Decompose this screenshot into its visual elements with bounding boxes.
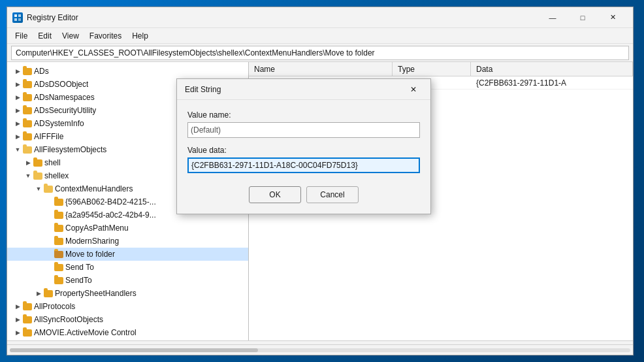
collapse-toggle bbox=[44, 210, 54, 220]
edit-string-dialog: Edit String ✕ Value name: Value data: OK… bbox=[176, 78, 431, 214]
collapse-toggle: ▶ bbox=[12, 301, 23, 312]
cancel-button[interactable]: Cancel bbox=[306, 186, 359, 203]
tree-label: ADsDSOObject bbox=[34, 80, 88, 89]
minimize-button[interactable]: — bbox=[538, 7, 568, 28]
folder-open-icon bbox=[33, 173, 42, 180]
col-data[interactable]: Data bbox=[471, 62, 633, 76]
folder-open-icon bbox=[44, 186, 53, 193]
tree-label: SendTo bbox=[65, 276, 92, 285]
collapse-toggle: ▶ bbox=[12, 118, 23, 129]
collapse-toggle bbox=[44, 275, 54, 286]
tree-label: CopyAsPathMenu bbox=[65, 223, 129, 233]
collapse-toggle: ▶ bbox=[12, 131, 23, 142]
app-icon bbox=[12, 12, 23, 23]
folder-icon bbox=[23, 81, 32, 88]
tree-item-modernsharing[interactable]: ModernSharing bbox=[7, 235, 248, 248]
collapse-toggle bbox=[44, 223, 54, 233]
collapse-toggle: ▶ bbox=[12, 79, 23, 90]
value-data-input[interactable] bbox=[187, 157, 420, 173]
collapse-toggle: ▶ bbox=[12, 327, 23, 338]
tree-item-ads[interactable]: ▶ ADs bbox=[7, 65, 248, 78]
collapse-toggle bbox=[44, 236, 54, 246]
tree-item-sendto2[interactable]: SendTo bbox=[7, 274, 248, 287]
address-input[interactable] bbox=[11, 46, 629, 60]
tree-item-allprotocols[interactable]: ▶ AllProtocols bbox=[7, 300, 248, 313]
collapse-toggle bbox=[44, 262, 54, 272]
folder-icon bbox=[33, 159, 42, 167]
menu-favorites[interactable]: Favorites bbox=[84, 30, 127, 42]
tree-label: PropertySheetHandlers bbox=[55, 289, 137, 298]
tree-item-propertysheethandlers[interactable]: ▶ PropertySheetHandlers bbox=[7, 287, 248, 300]
dialog-title: Edit String bbox=[185, 85, 404, 94]
tree-item-amovie1[interactable]: ▶ AMOVIE.ActiveMovie Control bbox=[7, 326, 248, 339]
svg-rect-1 bbox=[18, 14, 21, 17]
folder-icon bbox=[54, 238, 63, 245]
dialog-buttons: OK Cancel bbox=[187, 186, 420, 203]
tree-label: ADsSecurityUtility bbox=[34, 106, 96, 115]
dialog-body: Value name: Value data: OK Cancel bbox=[177, 100, 430, 214]
menu-bar: File Edit View Favorites Help bbox=[7, 28, 633, 44]
tree-label: AllSyncRootObjects bbox=[34, 315, 103, 324]
menu-help[interactable]: Help bbox=[127, 30, 153, 42]
collapse-toggle: ▼ bbox=[23, 171, 33, 181]
svg-rect-0 bbox=[14, 14, 17, 17]
tree-label: shell bbox=[44, 158, 61, 167]
collapse-toggle: ▼ bbox=[12, 144, 23, 155]
tree-label: AllFilesystemObjects bbox=[34, 145, 106, 154]
menu-file[interactable]: File bbox=[10, 30, 33, 42]
value-data-label: Value data: bbox=[187, 146, 420, 155]
tree-label: AIFFFile bbox=[34, 132, 63, 141]
tree-label: ADsNamespaces bbox=[34, 93, 95, 102]
status-bar bbox=[7, 340, 633, 355]
tree-label: ADSystemInfo bbox=[34, 119, 84, 128]
svg-rect-3 bbox=[18, 18, 21, 21]
collapse-toggle bbox=[44, 249, 54, 259]
details-header: Name Type Data bbox=[249, 62, 633, 76]
collapse-toggle: ▶ bbox=[12, 314, 23, 325]
folder-icon bbox=[23, 94, 32, 101]
folder-icon bbox=[54, 264, 63, 271]
folder-icon bbox=[54, 225, 63, 232]
col-name[interactable]: Name bbox=[249, 62, 393, 76]
maximize-button[interactable]: □ bbox=[568, 7, 598, 28]
tree-item-allsyncrootobjects[interactable]: ▶ AllSyncRootObjects bbox=[7, 313, 248, 326]
collapse-toggle: ▶ bbox=[23, 157, 33, 168]
tree-item-copyasphathmenu[interactable]: CopyAsPathMenu bbox=[7, 222, 248, 235]
tree-label: Send To bbox=[65, 263, 94, 272]
tree-label: AllProtocols bbox=[34, 302, 75, 311]
tree-label: AMOVIE.ActiveMovie Control bbox=[34, 328, 137, 337]
menu-edit[interactable]: Edit bbox=[33, 30, 57, 42]
collapse-toggle bbox=[44, 197, 54, 207]
tree-item-movetofolder[interactable]: Move to folder bbox=[7, 248, 248, 261]
tree-label: shellex bbox=[44, 171, 69, 180]
window-title: Registry Editor bbox=[27, 13, 538, 22]
col-type[interactable]: Type bbox=[393, 62, 471, 76]
tree-label: ContextMenuHandlers bbox=[55, 184, 133, 193]
collapse-toggle: ▶ bbox=[12, 105, 23, 116]
close-button[interactable]: ✕ bbox=[598, 7, 628, 28]
dialog-close-button[interactable]: ✕ bbox=[404, 82, 423, 97]
value-name-input[interactable] bbox=[187, 122, 420, 138]
folder-icon bbox=[54, 212, 63, 219]
tree-label: {a2a9545d-a0c2-42b4-9... bbox=[65, 210, 156, 220]
tree-label: ADs bbox=[34, 67, 49, 76]
svg-rect-2 bbox=[14, 18, 17, 21]
tree-item-sendto1[interactable]: Send To bbox=[7, 261, 248, 274]
folder-icon bbox=[44, 290, 53, 297]
folder-icon bbox=[23, 303, 32, 310]
folder-icon bbox=[54, 277, 63, 284]
menu-view[interactable]: View bbox=[57, 30, 84, 42]
address-bar bbox=[7, 44, 633, 62]
collapse-toggle: ▶ bbox=[12, 92, 23, 103]
folder-icon bbox=[23, 329, 32, 337]
tree-label: Move to folder bbox=[65, 250, 115, 259]
title-bar: Registry Editor — □ ✕ bbox=[7, 7, 633, 28]
tree-label: ModernSharing bbox=[65, 237, 119, 246]
value-name-label: Value name: bbox=[187, 110, 420, 120]
ok-button[interactable]: OK bbox=[249, 186, 301, 203]
folder-open-icon bbox=[23, 146, 32, 154]
tree-label: {596AB062-B4D2-4215-... bbox=[65, 197, 156, 206]
folder-icon bbox=[23, 133, 32, 140]
collapse-toggle: ▶ bbox=[33, 288, 44, 299]
cell-data: {C2FBB631-2971-11D1-A bbox=[471, 76, 633, 89]
